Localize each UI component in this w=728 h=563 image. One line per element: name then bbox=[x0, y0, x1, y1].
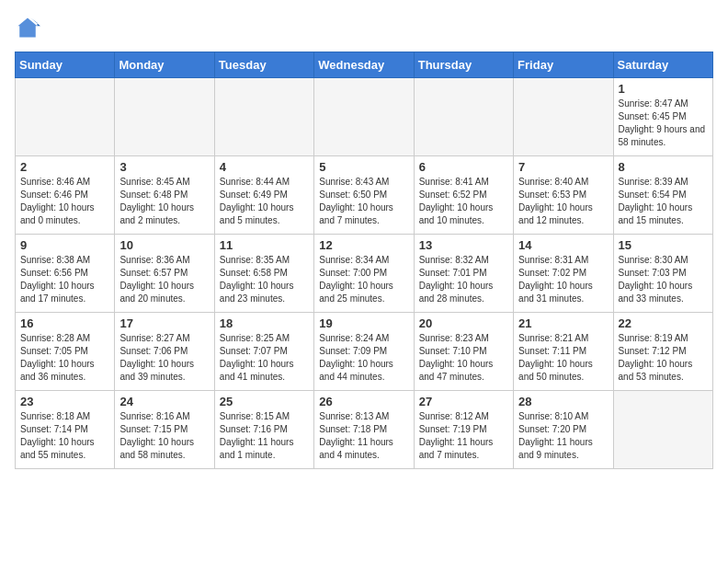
day-info: Sunrise: 8:39 AMSunset: 6:54 PMDaylight:… bbox=[619, 176, 708, 227]
weekday-header-row: SundayMondayTuesdayWednesdayThursdayFrid… bbox=[16, 52, 713, 78]
day-number: 26 bbox=[319, 395, 408, 408]
day-number: 14 bbox=[518, 238, 608, 252]
calendar-cell bbox=[214, 78, 313, 156]
day-number: 4 bbox=[220, 160, 309, 174]
calendar-cell: 19Sunrise: 8:24 AMSunset: 7:09 PMDayligh… bbox=[314, 313, 414, 391]
day-number: 17 bbox=[119, 316, 209, 330]
weekday-header: Wednesday bbox=[314, 52, 414, 78]
calendar-header: SundayMondayTuesdayWednesdayThursdayFrid… bbox=[16, 52, 713, 78]
day-number: 9 bbox=[20, 238, 109, 252]
calendar-body: 1Sunrise: 8:47 AMSunset: 6:45 PMDaylight… bbox=[16, 78, 713, 469]
day-info: Sunrise: 8:13 AMSunset: 7:18 PMDaylight:… bbox=[319, 410, 408, 462]
day-info: Sunrise: 8:10 AMSunset: 7:20 PMDaylight:… bbox=[518, 410, 608, 462]
calendar-cell: 2Sunrise: 8:46 AMSunset: 6:46 PMDaylight… bbox=[16, 156, 115, 235]
calendar-cell bbox=[414, 78, 513, 156]
day-number: 22 bbox=[619, 316, 708, 330]
day-number: 18 bbox=[220, 316, 309, 330]
calendar-cell: 11Sunrise: 8:35 AMSunset: 6:58 PMDayligh… bbox=[214, 235, 313, 313]
calendar-cell: 25Sunrise: 8:15 AMSunset: 7:16 PMDayligh… bbox=[214, 391, 313, 469]
day-info: Sunrise: 8:18 AMSunset: 7:14 PMDaylight:… bbox=[20, 410, 109, 462]
calendar-cell: 10Sunrise: 8:36 AMSunset: 6:57 PMDayligh… bbox=[115, 235, 214, 313]
day-info: Sunrise: 8:46 AMSunset: 6:46 PMDaylight:… bbox=[20, 176, 109, 227]
weekday-header: Saturday bbox=[613, 52, 712, 78]
calendar-cell: 1Sunrise: 8:47 AMSunset: 6:45 PMDaylight… bbox=[613, 78, 712, 156]
calendar-week-row: 1Sunrise: 8:47 AMSunset: 6:45 PMDaylight… bbox=[16, 78, 713, 156]
calendar-cell: 23Sunrise: 8:18 AMSunset: 7:14 PMDayligh… bbox=[16, 391, 115, 469]
day-number: 11 bbox=[220, 238, 309, 252]
day-number: 25 bbox=[220, 395, 309, 408]
day-info: Sunrise: 8:34 AMSunset: 7:00 PMDaylight:… bbox=[319, 254, 408, 305]
day-number: 15 bbox=[619, 238, 708, 252]
day-info: Sunrise: 8:24 AMSunset: 7:09 PMDaylight:… bbox=[319, 332, 408, 384]
calendar-cell: 20Sunrise: 8:23 AMSunset: 7:10 PMDayligh… bbox=[414, 313, 513, 391]
day-info: Sunrise: 8:44 AMSunset: 6:49 PMDaylight:… bbox=[220, 176, 309, 227]
calendar-cell: 15Sunrise: 8:30 AMSunset: 7:03 PMDayligh… bbox=[613, 235, 712, 313]
day-number: 12 bbox=[319, 238, 408, 252]
calendar-cell: 7Sunrise: 8:40 AMSunset: 6:53 PMDaylight… bbox=[514, 156, 613, 235]
day-info: Sunrise: 8:23 AMSunset: 7:10 PMDaylight:… bbox=[419, 332, 508, 384]
calendar-cell: 28Sunrise: 8:10 AMSunset: 7:20 PMDayligh… bbox=[514, 391, 613, 469]
calendar-cell: 26Sunrise: 8:13 AMSunset: 7:18 PMDayligh… bbox=[314, 391, 414, 469]
day-number: 10 bbox=[119, 238, 209, 252]
day-info: Sunrise: 8:31 AMSunset: 7:02 PMDaylight:… bbox=[518, 254, 608, 305]
day-info: Sunrise: 8:15 AMSunset: 7:16 PMDaylight:… bbox=[220, 410, 309, 462]
calendar-cell: 8Sunrise: 8:39 AMSunset: 6:54 PMDaylight… bbox=[613, 156, 712, 235]
day-number: 7 bbox=[518, 160, 608, 174]
calendar-cell: 9Sunrise: 8:38 AMSunset: 6:56 PMDaylight… bbox=[16, 235, 115, 313]
day-info: Sunrise: 8:43 AMSunset: 6:50 PMDaylight:… bbox=[319, 176, 408, 227]
calendar-cell bbox=[16, 78, 115, 156]
calendar-cell: 24Sunrise: 8:16 AMSunset: 7:15 PMDayligh… bbox=[115, 391, 214, 469]
day-info: Sunrise: 8:16 AMSunset: 7:15 PMDaylight:… bbox=[119, 410, 209, 462]
weekday-header: Monday bbox=[115, 52, 214, 78]
day-number: 2 bbox=[20, 160, 109, 174]
calendar-cell bbox=[514, 78, 613, 156]
day-number: 13 bbox=[419, 238, 508, 252]
day-info: Sunrise: 8:38 AMSunset: 6:56 PMDaylight:… bbox=[20, 254, 109, 305]
calendar-cell: 4Sunrise: 8:44 AMSunset: 6:49 PMDaylight… bbox=[214, 156, 313, 235]
day-info: Sunrise: 8:45 AMSunset: 6:48 PMDaylight:… bbox=[119, 176, 209, 227]
day-number: 24 bbox=[119, 395, 209, 408]
day-info: Sunrise: 8:30 AMSunset: 7:03 PMDaylight:… bbox=[619, 254, 708, 305]
calendar-week-row: 16Sunrise: 8:28 AMSunset: 7:05 PMDayligh… bbox=[16, 313, 713, 391]
calendar-cell: 6Sunrise: 8:41 AMSunset: 6:52 PMDaylight… bbox=[414, 156, 513, 235]
day-info: Sunrise: 8:32 AMSunset: 7:01 PMDaylight:… bbox=[419, 254, 508, 305]
calendar-cell: 12Sunrise: 8:34 AMSunset: 7:00 PMDayligh… bbox=[314, 235, 414, 313]
day-number: 5 bbox=[319, 160, 408, 174]
calendar-cell: 5Sunrise: 8:43 AMSunset: 6:50 PMDaylight… bbox=[314, 156, 414, 235]
weekday-header: Thursday bbox=[414, 52, 513, 78]
day-number: 21 bbox=[518, 316, 608, 330]
calendar-cell: 3Sunrise: 8:45 AMSunset: 6:48 PMDaylight… bbox=[115, 156, 214, 235]
calendar-week-row: 2Sunrise: 8:46 AMSunset: 6:46 PMDaylight… bbox=[16, 156, 713, 235]
calendar-cell: 16Sunrise: 8:28 AMSunset: 7:05 PMDayligh… bbox=[16, 313, 115, 391]
calendar-week-row: 23Sunrise: 8:18 AMSunset: 7:14 PMDayligh… bbox=[16, 391, 713, 469]
calendar-cell bbox=[314, 78, 414, 156]
day-number: 1 bbox=[619, 82, 708, 96]
weekday-header: Sunday bbox=[16, 52, 115, 78]
calendar-cell: 22Sunrise: 8:19 AMSunset: 7:12 PMDayligh… bbox=[613, 313, 712, 391]
day-info: Sunrise: 8:40 AMSunset: 6:53 PMDaylight:… bbox=[518, 176, 608, 227]
day-info: Sunrise: 8:28 AMSunset: 7:05 PMDaylight:… bbox=[20, 332, 109, 384]
day-number: 6 bbox=[419, 160, 508, 174]
day-number: 3 bbox=[119, 160, 209, 174]
calendar-cell: 18Sunrise: 8:25 AMSunset: 7:07 PMDayligh… bbox=[214, 313, 313, 391]
day-info: Sunrise: 8:47 AMSunset: 6:45 PMDaylight:… bbox=[619, 98, 708, 149]
page-header bbox=[15, 15, 713, 40]
day-info: Sunrise: 8:21 AMSunset: 7:11 PMDaylight:… bbox=[518, 332, 608, 384]
day-info: Sunrise: 8:25 AMSunset: 7:07 PMDaylight:… bbox=[220, 332, 309, 384]
calendar-table: SundayMondayTuesdayWednesdayThursdayFrid… bbox=[15, 52, 713, 469]
logo bbox=[15, 15, 44, 40]
day-number: 20 bbox=[419, 316, 508, 330]
calendar-cell bbox=[115, 78, 214, 156]
day-number: 16 bbox=[20, 316, 109, 330]
day-info: Sunrise: 8:36 AMSunset: 6:57 PMDaylight:… bbox=[119, 254, 209, 305]
day-info: Sunrise: 8:27 AMSunset: 7:06 PMDaylight:… bbox=[119, 332, 209, 384]
day-number: 23 bbox=[20, 395, 109, 408]
day-number: 8 bbox=[619, 160, 708, 174]
calendar-week-row: 9Sunrise: 8:38 AMSunset: 6:56 PMDaylight… bbox=[16, 235, 713, 313]
day-info: Sunrise: 8:19 AMSunset: 7:12 PMDaylight:… bbox=[619, 332, 708, 384]
logo-icon bbox=[15, 15, 40, 40]
day-number: 19 bbox=[319, 316, 408, 330]
calendar-cell: 17Sunrise: 8:27 AMSunset: 7:06 PMDayligh… bbox=[115, 313, 214, 391]
day-number: 27 bbox=[419, 395, 508, 408]
calendar-cell bbox=[613, 391, 712, 469]
